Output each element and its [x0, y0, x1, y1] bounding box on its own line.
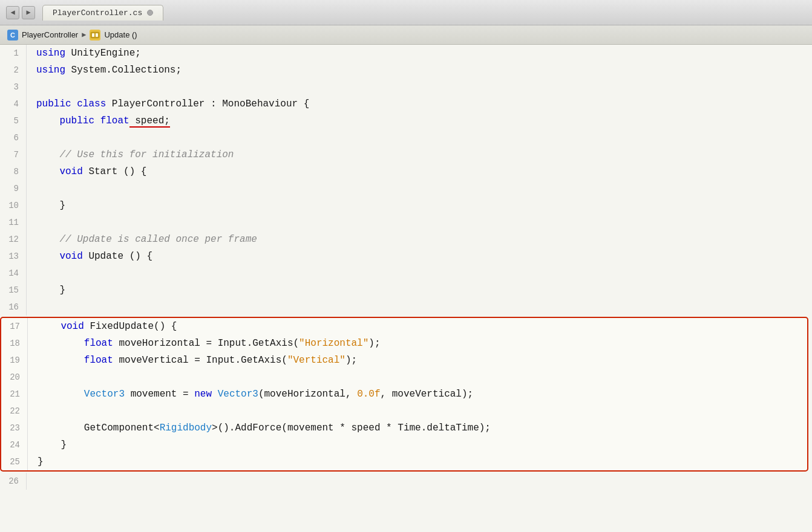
code-line: 8 void Start () { [0, 163, 812, 180]
line-number: 3 [0, 79, 27, 96]
line-number: 26 [0, 473, 27, 490]
line-number: 9 [0, 180, 27, 197]
line-content: GetComponent<Rigidbody>().AddForce(movem… [28, 420, 807, 436]
code-line: 1using UnityEngine; [0, 45, 812, 62]
breadcrumb-method-name[interactable]: Update () [104, 30, 137, 39]
highlighted-code-block: 17 void FixedUpdate() {18 float moveHori… [0, 317, 808, 472]
line-number: 17 [1, 318, 28, 335]
code-line: 5 public float speed; [0, 112, 812, 129]
line-content: using System.Collections; [27, 62, 812, 79]
breadcrumb-class-name[interactable]: PlayerController [22, 30, 78, 39]
line-number: 6 [0, 129, 27, 146]
code-line: 22 [1, 403, 807, 420]
code-line: 23 GetComponent<Rigidbody>().AddForce(mo… [1, 420, 807, 436]
line-number: 12 [0, 231, 27, 248]
line-content: void FixedUpdate() { [28, 318, 807, 335]
method-icon [90, 30, 100, 41]
code-editor[interactable]: 1using UnityEngine;2using System.Collect… [0, 45, 812, 532]
line-number: 4 [0, 96, 27, 112]
editor-window: ◀ ▶ PlayerController.cs C PlayerControll… [0, 0, 812, 532]
code-line: 12 // Update is called once per frame [0, 231, 812, 248]
code-line: 7 // Use this for initialization [0, 146, 812, 163]
line-number: 15 [0, 282, 27, 299]
code-line: 14 [0, 265, 812, 282]
line-content: public float speed; [27, 112, 812, 129]
code-line: 24 } [1, 436, 807, 453]
line-number: 16 [0, 299, 27, 316]
line-number: 18 [1, 335, 28, 352]
line-number: 22 [1, 403, 28, 420]
back-button[interactable]: ◀ [6, 6, 19, 19]
line-number: 7 [0, 146, 27, 163]
code-line: 19 float moveVertical = Input.GetAxis("V… [1, 352, 807, 369]
line-content: Vector3 movement = new Vector3(moveHoriz… [28, 386, 807, 403]
line-content: void Start () { [27, 163, 812, 180]
line-content: public class PlayerController : MonoBeha… [27, 96, 812, 112]
line-content: } [27, 197, 812, 214]
code-line: 3 [0, 79, 812, 96]
line-number: 20 [1, 369, 28, 386]
line-number: 1 [0, 45, 27, 62]
code-line: 25} [1, 453, 807, 470]
line-number: 8 [0, 163, 27, 180]
code-line: 6 [0, 129, 812, 146]
line-number: 13 [0, 248, 27, 265]
nav-arrows: ◀ ▶ [6, 6, 35, 19]
line-number: 11 [0, 214, 27, 231]
line-number: 19 [1, 352, 28, 369]
code-line: 20 [1, 369, 807, 386]
line-content: } [27, 282, 812, 299]
line-content: void Update () { [27, 248, 812, 265]
forward-button[interactable]: ▶ [22, 6, 35, 19]
line-number: 5 [0, 112, 27, 129]
code-line: 13 void Update () { [0, 248, 812, 265]
code-line: 18 float moveHorizontal = Input.GetAxis(… [1, 335, 807, 352]
line-number: 21 [1, 386, 28, 403]
code-line: 2using System.Collections; [0, 62, 812, 79]
code-line: 4public class PlayerController : MonoBeh… [0, 96, 812, 112]
code-line: 10 } [0, 197, 812, 214]
line-number: 10 [0, 197, 27, 214]
file-tab[interactable]: PlayerController.cs [42, 5, 163, 21]
line-content: // Update is called once per frame [27, 231, 812, 248]
code-line: 9 [0, 180, 812, 197]
line-content: float moveHorizontal = Input.GetAxis("Ho… [28, 335, 807, 352]
line-content: } [28, 453, 807, 470]
code-line: 26 [0, 473, 812, 490]
code-line: 16 [0, 299, 812, 316]
line-content: // Use this for initialization [27, 146, 812, 163]
breadcrumb-bar: C PlayerController ▶ Update () [0, 25, 812, 45]
code-line: 11 [0, 214, 812, 231]
tab-label: PlayerController.cs [53, 8, 142, 18]
line-number: 23 [1, 420, 28, 436]
line-content: float moveVertical = Input.GetAxis("Vert… [28, 352, 807, 369]
svg-rect-2 [96, 33, 98, 37]
breadcrumb-arrow: ▶ [82, 30, 86, 39]
line-content: } [28, 436, 807, 453]
line-content: using UnityEngine; [27, 45, 812, 62]
line-number: 24 [1, 436, 28, 453]
code-line: 15 } [0, 282, 812, 299]
line-number: 14 [0, 265, 27, 282]
title-bar: ◀ ▶ PlayerController.cs [0, 0, 812, 25]
code-line: 17 void FixedUpdate() { [1, 318, 807, 335]
line-number: 2 [0, 62, 27, 79]
line-number: 25 [1, 453, 28, 470]
class-icon: C [7, 30, 18, 41]
tab-close-dot[interactable] [147, 10, 153, 16]
code-line: 21 Vector3 movement = new Vector3(moveHo… [1, 386, 807, 403]
svg-rect-1 [92, 33, 94, 37]
